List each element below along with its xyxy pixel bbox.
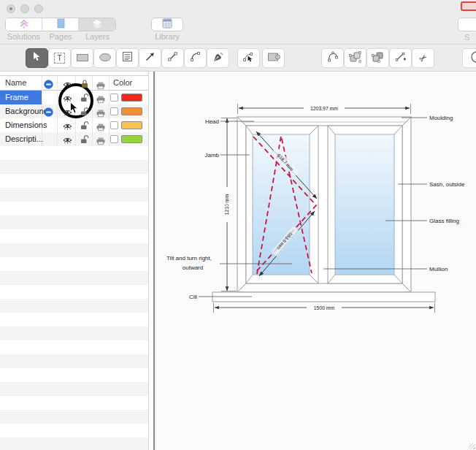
label-moulding: Moulding	[429, 115, 453, 121]
layers-button[interactable]	[79, 18, 115, 31]
panel-canvas-divider[interactable]	[153, 72, 155, 450]
layer-checkbox[interactable]	[110, 121, 118, 129]
arrow-tool-button[interactable]	[139, 48, 161, 68]
print-icon[interactable]	[96, 121, 106, 134]
svg-text:1500 mm: 1500 mm	[314, 305, 335, 310]
label-tilt-1: Tilt and turn right,	[166, 255, 212, 262]
node-edit-icon	[242, 51, 255, 65]
lock-open-icon[interactable]	[80, 93, 90, 106]
glass-right	[335, 134, 394, 275]
search-field[interactable]	[458, 18, 476, 31]
dimension-bottom: 1500 mm	[214, 303, 435, 313]
label-jamb: Jamb	[204, 152, 219, 159]
eye-icon[interactable]	[63, 135, 72, 148]
toolbar-divider	[0, 44, 476, 45]
zoom-tool-button[interactable]	[462, 48, 476, 68]
label-glass: Glass filling	[429, 218, 459, 224]
spline-tool-button[interactable]	[321, 48, 344, 68]
select-icon	[32, 51, 42, 65]
minimize-button[interactable]	[20, 4, 29, 13]
solutions-button[interactable]	[6, 18, 42, 31]
selected-name-cell[interactable]: Frame	[0, 91, 42, 104]
color-column-header: Color	[113, 78, 132, 87]
layer-color-swatch[interactable]	[121, 94, 142, 102]
line-icon	[167, 51, 178, 65]
layer-row-dimensions[interactable]: Dimensions	[0, 118, 148, 132]
panel-toggle-group	[5, 18, 116, 31]
pages-label: Pages	[42, 32, 79, 41]
solutions-label: Solutions	[5, 32, 42, 41]
rectangle-tool-button[interactable]	[71, 48, 93, 68]
label-mullion: Mullion	[429, 266, 448, 272]
text-tool-button[interactable]: T	[48, 48, 71, 68]
visibility-column-icon[interactable]	[63, 80, 72, 93]
connection-point-tool-button[interactable]	[262, 48, 285, 68]
ungroup-icon	[372, 51, 384, 66]
pages-icon	[55, 18, 66, 31]
print-icon[interactable]	[96, 94, 106, 107]
layer-color-swatch[interactable]	[121, 107, 142, 115]
library-icon	[161, 18, 173, 32]
label-head: Head	[205, 118, 219, 125]
split-tool-button[interactable]: ✂	[412, 48, 434, 68]
print-icon[interactable]	[96, 107, 106, 121]
lock-open-icon[interactable]	[80, 121, 90, 134]
print-icon[interactable]	[96, 135, 106, 148]
rectangle-icon	[76, 52, 89, 65]
app-window: { "toolbar": { "solutions_label": "Solut…	[0, 0, 476, 450]
lock-open-icon[interactable]	[80, 134, 90, 148]
label-sash: Sash, outside	[429, 181, 465, 188]
solutions-icon	[18, 18, 30, 31]
search-field-label: S	[464, 33, 469, 42]
layer-checkbox[interactable]	[110, 94, 118, 102]
scissors-icon: ✂	[417, 51, 430, 65]
pen-tool-button[interactable]	[207, 48, 229, 68]
active-layer-marker-icon[interactable]	[44, 107, 53, 120]
print-column-icon[interactable]	[96, 80, 106, 93]
resize-grip[interactable]	[469, 443, 475, 449]
window-cill	[212, 292, 435, 302]
add-node-icon	[395, 51, 407, 65]
svg-text:1203.97 mm: 1203.97 mm	[310, 106, 338, 111]
pages-button[interactable]	[42, 18, 79, 31]
layer-name: Background	[5, 104, 48, 118]
node-edit-tool-button[interactable]	[237, 48, 260, 68]
library-button[interactable]	[151, 18, 183, 31]
layer-name: Frame	[5, 91, 28, 104]
layer-checkbox[interactable]	[110, 107, 118, 115]
text-block-icon	[122, 51, 133, 65]
add-node-tool-button[interactable]	[389, 48, 412, 68]
drawing-canvas[interactable]: 618.7 mm 583.9 mm 1203.97 mm 1210 mm 150…	[156, 72, 476, 450]
ungroup-tool-button[interactable]	[366, 48, 389, 68]
line-tool-button[interactable]	[161, 48, 184, 68]
text-tool-icon: T	[54, 53, 65, 64]
lock-open-icon[interactable]	[80, 107, 90, 120]
group-tool-button[interactable]	[344, 48, 366, 68]
text-block-tool-button[interactable]	[116, 48, 139, 68]
dimension-left: 1210 mm	[221, 118, 237, 291]
label-tilt-2: outward	[183, 264, 203, 271]
lock-column-icon[interactable]	[80, 79, 89, 92]
dimension-top: 1203.97 mm	[238, 104, 411, 114]
ellipse-tool-button[interactable]	[93, 48, 116, 68]
layer-color-swatch[interactable]	[121, 135, 142, 143]
layer-color-swatch[interactable]	[121, 121, 142, 129]
pen-icon	[212, 51, 224, 65]
eye-icon[interactable]	[63, 121, 72, 134]
arc-icon	[190, 51, 201, 65]
svg-text:1210 mm: 1210 mm	[224, 194, 229, 216]
active-marker-column-icon[interactable]	[44, 79, 53, 92]
library-label: Library	[151, 32, 183, 41]
arc-tool-button[interactable]	[184, 48, 207, 68]
layer-checkbox[interactable]	[110, 135, 118, 143]
zoom-button[interactable]	[34, 4, 43, 13]
layers-label: Layers	[79, 32, 116, 41]
group-icon	[349, 51, 361, 66]
ellipse-icon	[99, 52, 112, 65]
layer-row-description[interactable]: Descripti...	[0, 132, 148, 146]
zoom-icon	[465, 50, 476, 67]
close-button[interactable]	[7, 4, 15, 13]
layer-name: Dimensions	[5, 118, 47, 132]
select-tool-button[interactable]	[26, 48, 48, 68]
mouse-cursor-icon	[69, 102, 79, 118]
